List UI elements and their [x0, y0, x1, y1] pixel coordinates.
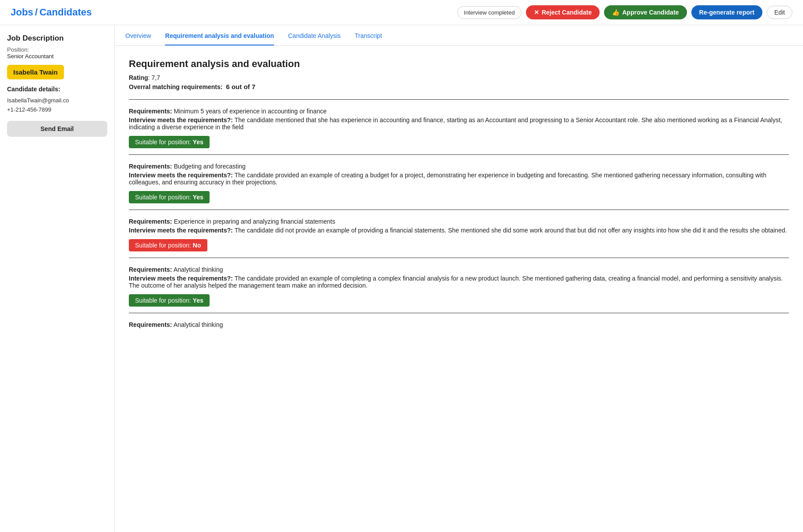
req-title-4: Requirements: Analytical thinking — [129, 266, 789, 273]
requirement-block-3: Requirements: Experience in preparing an… — [129, 210, 789, 258]
position-label: Position: — [7, 46, 107, 53]
suitable-value-4: Yes — [193, 297, 203, 304]
approve-label: Approve Candidate — [622, 9, 679, 16]
req-title-3: Requirements: Experience in preparing an… — [129, 218, 789, 225]
rating-value: 7,7 — [151, 74, 160, 81]
regenerate-report-button[interactable]: Re-generate report — [691, 5, 762, 19]
req-meets-2: Interview meets the requirements?: The c… — [129, 172, 789, 186]
breadcrumb-separator: / — [35, 7, 38, 18]
req-text-2: Budgeting and forecasting — [174, 163, 246, 170]
rating-label: Rating — [129, 74, 148, 81]
reject-icon: ✕ — [534, 9, 539, 16]
matching-label: Overral matching requirements: — [129, 83, 222, 90]
content-area: Overview Requirement analysis and evalua… — [115, 25, 803, 532]
suitable-value-3: No — [193, 242, 201, 249]
reject-label: Reject Candidate — [542, 9, 592, 16]
req-text-1: Minimum 5 years of experience in account… — [174, 108, 326, 115]
suitable-label-2: Suitable for position: — [135, 194, 191, 201]
candidates-link[interactable]: Candidates — [39, 7, 92, 18]
header-actions: Interview completed ✕ Reject Candidate 👍… — [457, 5, 792, 19]
main-layout: Job Description Position: Senior Account… — [0, 25, 803, 532]
tab-transcript[interactable]: Transcript — [355, 25, 382, 45]
req-meets-3: Interview meets the requirements?: The c… — [129, 227, 789, 234]
req-text-4: Analytical thinking — [173, 266, 223, 273]
suitable-label-1: Suitable for position: — [135, 139, 191, 146]
suitable-badge-1: Suitable for position: Yes — [129, 136, 210, 148]
req-meets-text-3: The candidate did not provide an example… — [234, 227, 787, 234]
candidate-email: IsabellaTwain@gmail.co — [7, 97, 107, 104]
sidebar-job-description-title: Job Description — [7, 34, 107, 43]
candidate-name-badge: Isabella Twain — [7, 65, 64, 79]
req-title-2: Requirements: Budgeting and forecasting — [129, 163, 789, 170]
suitable-badge-3: Suitable for position: No — [129, 239, 207, 251]
send-email-button[interactable]: Send Email — [7, 121, 107, 137]
suitable-label-3: Suitable for position: — [135, 242, 191, 249]
position-value: Senior Accountant — [7, 53, 107, 60]
status-badge: Interview completed — [457, 6, 522, 19]
tab-overview[interactable]: Overview — [125, 25, 151, 45]
suitable-badge-4: Suitable for position: Yes — [129, 294, 210, 307]
req-meets-1: Interview meets the requirements?: The c… — [129, 116, 789, 131]
suitable-badge-2: Suitable for position: Yes — [129, 191, 210, 203]
sidebar: Job Description Position: Senior Account… — [0, 25, 115, 532]
matching-value: 6 out of 7 — [226, 83, 255, 90]
req-title-1: Requirements: Minimum 5 years of experie… — [129, 108, 789, 115]
matching-line: Overral matching requirements: 6 out of … — [129, 83, 789, 90]
requirement-block-1: Requirements: Minimum 5 years of experie… — [129, 99, 789, 154]
approve-candidate-button[interactable]: 👍 Approve Candidate — [604, 5, 687, 19]
header: Jobs / Candidates Interview completed ✕ … — [0, 0, 803, 25]
page-title: Requirement analysis and evaluation — [129, 58, 789, 70]
req-text-5: Analytical thinking — [173, 321, 223, 328]
candidate-phone: +1-212-456-7899 — [7, 106, 107, 113]
requirement-block-2: Requirements: Budgeting and forecasting … — [129, 154, 789, 210]
suitable-value-1: Yes — [193, 139, 203, 146]
tab-candidate-analysis[interactable]: Candidate Analysis — [288, 25, 341, 45]
candidate-details-title: Candidate details: — [7, 86, 107, 93]
suitable-label-4: Suitable for position: — [135, 297, 191, 304]
main-content: Requirement analysis and evaluation Rati… — [115, 46, 803, 348]
requirement-block-4: Requirements: Analytical thinking Interv… — [129, 258, 789, 313]
rating-line: Rating: 7,7 — [129, 74, 789, 81]
tabs: Overview Requirement analysis and evalua… — [115, 25, 803, 46]
req-meets-4: Interview meets the requirements?: The c… — [129, 275, 789, 289]
approve-icon: 👍 — [612, 9, 619, 16]
reject-candidate-button[interactable]: ✕ Reject Candidate — [526, 5, 600, 19]
edit-button[interactable]: Edit — [767, 6, 792, 19]
req-title-5: Requirements: Analytical thinking — [129, 321, 789, 328]
breadcrumb: Jobs / Candidates — [11, 7, 92, 18]
jobs-link[interactable]: Jobs — [11, 7, 33, 18]
requirement-block-5: Requirements: Analytical thinking — [129, 313, 789, 336]
suitable-value-2: Yes — [193, 194, 203, 201]
req-text-3: Experience in preparing and analyzing fi… — [174, 218, 335, 225]
tab-requirement-analysis[interactable]: Requirement analysis and evaluation — [165, 25, 274, 45]
